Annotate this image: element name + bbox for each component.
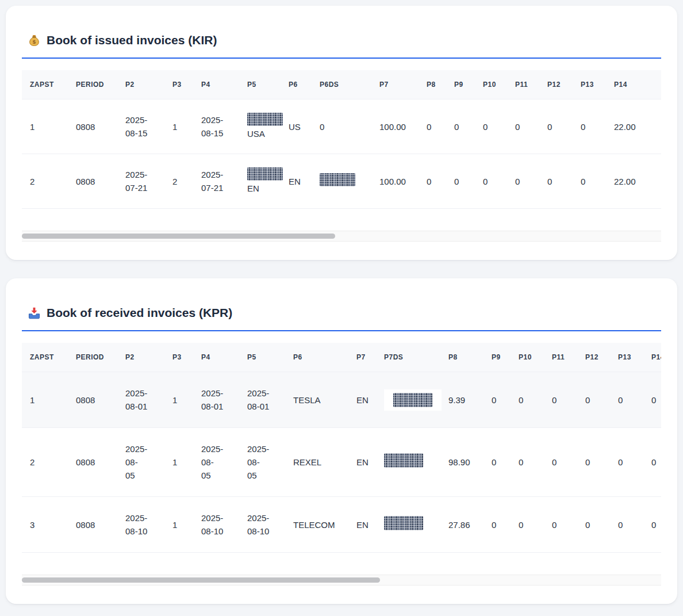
kir-header-row: ZAPST PERIOD P2 P3 P4 P5 P6 P6DS P7 P8 P…	[22, 70, 661, 100]
kir-table: ZAPST PERIOD P2 P3 P4 P5 P6 P6DS P7 P8 P…	[22, 70, 661, 209]
column-header-p12: P12	[577, 343, 610, 372]
cell-p8: 98.90	[440, 428, 484, 497]
cell-p3: 1	[164, 372, 193, 428]
cell-p7: 100.00	[371, 100, 419, 154]
cell-p10: 0	[475, 100, 507, 154]
cell-p3: 1	[164, 428, 193, 497]
money-bag-icon: $	[28, 34, 41, 47]
cell-period: 0808	[68, 154, 117, 209]
cell-p4: 2025-08-05	[193, 428, 239, 497]
column-header-zapst: ZAPST	[22, 70, 68, 100]
redacted-text	[247, 113, 283, 126]
column-header-p5: P5	[239, 343, 285, 372]
column-header-p7: P7	[348, 343, 376, 372]
page: $ Book of issued invoices (KIR) ZAPST	[0, 0, 683, 616]
cell-p5-label: EN	[247, 182, 259, 195]
cell-zapst: 2	[22, 428, 68, 497]
kir-title-underline	[22, 58, 661, 59]
white-patch	[384, 389, 442, 411]
column-header-p6ds: P6DS	[312, 70, 371, 100]
column-header-p10: P10	[511, 343, 544, 372]
cell-p4: 2025-07-21	[193, 154, 239, 209]
date-text: 2025-08-15	[201, 113, 231, 140]
cell-p10: 0	[511, 428, 544, 497]
redacted-text	[247, 167, 283, 181]
column-header-p4: P4	[193, 70, 239, 100]
kpr-title-text: Book of received invoices (KPR)	[47, 306, 232, 320]
cell-p11: 0	[544, 497, 577, 553]
cell-p11: 0	[544, 372, 577, 428]
cell-p6ds	[312, 154, 371, 209]
date-text: 2025-07-21	[125, 168, 156, 194]
horizontal-scrollbar-track[interactable]	[22, 231, 661, 242]
column-header-p4: P4	[193, 343, 239, 372]
cell-p14: 0	[643, 497, 661, 553]
table-row: 2 0808 2025-07-21 2 2025-07-21 EN EN	[22, 154, 661, 209]
column-header-p11: P11	[544, 343, 577, 372]
cell-p12: 0	[539, 100, 573, 154]
date-text: 2025-08-15	[125, 113, 156, 140]
table-row: 3 0808 2025-08-10 1 2025-08-10 2025-08-1…	[22, 497, 661, 553]
date-text: 2025-08-10	[201, 511, 231, 538]
date-text: 2025-08-01	[125, 387, 156, 413]
cell-zapst: 1	[22, 100, 68, 154]
cell-p6: EN	[281, 154, 312, 209]
cell-p11: 0	[507, 154, 539, 209]
column-header-p13: P13	[610, 343, 643, 372]
cell-filler	[655, 154, 661, 209]
column-header-p6: P6	[281, 70, 312, 100]
cell-p11: 0	[507, 100, 539, 154]
cell-p5-label: USA	[247, 127, 265, 140]
column-header-filler	[655, 70, 661, 100]
cell-p9: 0	[484, 428, 511, 497]
column-header-p10: P10	[475, 70, 507, 100]
horizontal-scrollbar-thumb[interactable]	[22, 234, 335, 239]
cell-p3: 1	[164, 497, 193, 553]
kpr-title-underline	[22, 330, 661, 331]
column-header-p2: P2	[117, 70, 164, 100]
table-row: 1 0808 2025-08-01 1 2025-08-01 2025-08-0…	[22, 372, 661, 428]
column-header-period: PERIOD	[68, 343, 117, 372]
column-header-p7: P7	[371, 70, 419, 100]
column-header-p12: P12	[539, 70, 573, 100]
date-text: 2025-08-10	[247, 511, 277, 538]
date-text: 2025-07-21	[201, 168, 231, 194]
cell-p2: 2025-08-10	[117, 497, 164, 553]
cell-p14: 0	[643, 428, 661, 497]
cell-p9: 0	[484, 372, 511, 428]
cell-p5: 2025-08-10	[239, 497, 285, 553]
cell-p7: EN	[348, 497, 376, 553]
column-header-p6: P6	[285, 343, 348, 372]
table-row: 1 0808 2025-08-15 1 2025-08-15 USA US 0	[22, 100, 661, 154]
cell-p7: EN	[348, 372, 376, 428]
cell-p2: 2025-08-05	[117, 428, 164, 497]
cell-p8: 0	[419, 100, 446, 154]
cell-p9: 0	[446, 154, 475, 209]
cell-p7ds	[376, 497, 440, 553]
redacted-with-label: USA	[247, 113, 273, 140]
column-header-p11: P11	[507, 70, 539, 100]
kir-title: $ Book of issued invoices (KIR)	[28, 33, 661, 47]
cell-period: 0808	[68, 372, 117, 428]
column-header-p3: P3	[164, 70, 193, 100]
column-header-p5: P5	[239, 70, 281, 100]
column-header-p2: P2	[117, 343, 164, 372]
date-text: 2025-08-05	[201, 442, 223, 482]
horizontal-scrollbar-thumb[interactable]	[22, 577, 380, 583]
cell-period: 0808	[68, 497, 117, 553]
kpr-table: ZAPST PERIOD P2 P3 P4 P5 P6 P7 P7DS P8 P…	[22, 343, 661, 553]
cell-p3: 1	[164, 100, 193, 154]
cell-p2: 2025-08-01	[117, 372, 164, 428]
cell-p12: 0	[577, 497, 610, 553]
column-header-zapst: ZAPST	[22, 343, 68, 372]
cell-p2: 2025-07-21	[117, 154, 164, 209]
horizontal-scrollbar-track[interactable]	[22, 575, 661, 586]
cell-filler	[655, 100, 661, 154]
card-received-invoices: Book of received invoices (KPR) ZAPST PE…	[6, 278, 677, 604]
cell-p4: 2025-08-01	[193, 372, 239, 428]
cell-p7ds	[376, 428, 440, 497]
table-row: 2 0808 2025-08-05 1 2025-08-05 2025-08-0…	[22, 428, 661, 497]
cell-p5: EN	[239, 154, 281, 209]
cell-p5: 2025-08-01	[239, 372, 285, 428]
cell-p13: 0	[573, 154, 606, 209]
